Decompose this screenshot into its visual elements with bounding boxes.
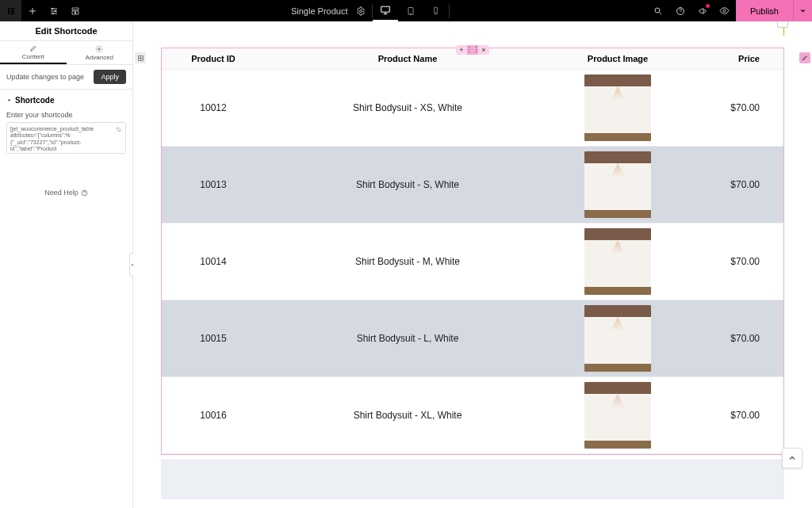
need-help-link[interactable]: Need Help	[0, 189, 132, 197]
topbar-center: Single Product (v...	[283, 0, 450, 21]
cell-price: $70.00	[685, 147, 783, 223]
whats-new-button[interactable]	[691, 0, 714, 21]
shortcode-section-toggle[interactable]: Shortcode	[0, 90, 132, 111]
cell-id: 10015	[162, 300, 265, 377]
cell-image	[550, 70, 685, 147]
svg-point-17	[117, 128, 121, 132]
cell-price: $70.00	[685, 223, 783, 300]
cell-name: Shirt Bodysuit - XS, White	[265, 70, 550, 147]
product-image	[584, 305, 651, 372]
cell-price: $70.00	[685, 300, 783, 377]
svg-point-13	[655, 8, 660, 13]
publish-dropdown-button[interactable]	[793, 0, 812, 21]
chevron-up-icon	[787, 453, 797, 463]
product-image	[584, 382, 651, 449]
topbar-left	[0, 0, 86, 21]
publish-button[interactable]: Publish	[736, 0, 793, 21]
svg-point-10	[411, 13, 412, 13]
cell-id: 10014	[162, 223, 265, 300]
cell-name: Shirt Bodysuit - S, White	[265, 147, 550, 223]
update-row: Update changes to page Apply	[0, 65, 132, 90]
document-title-dropdown[interactable]: Single Product (v...	[283, 6, 350, 16]
structure-button[interactable]	[64, 0, 86, 21]
help-button[interactable]	[669, 0, 691, 21]
gear-icon	[95, 45, 103, 53]
sidebar-tabs: Content Advanced	[0, 41, 132, 65]
caret-down-icon	[6, 97, 12, 103]
svg-rect-1	[10, 8, 14, 10]
update-label: Update changes to page	[6, 73, 84, 81]
table-row: 10015 Shirt Bodysuit - L, White $70.00	[162, 300, 783, 377]
cell-image	[550, 377, 685, 454]
cell-image	[550, 300, 685, 377]
tab-advanced-label: Advanced	[85, 54, 113, 61]
svg-rect-0	[8, 8, 10, 14]
editor-canvas: + ⋮⋮ × Product ID Product Name Product I…	[133, 21, 812, 508]
svg-point-16	[98, 48, 101, 50]
canvas-inner: + ⋮⋮ × Product ID Product Name Product I…	[133, 21, 812, 508]
need-help-label: Need Help	[44, 189, 79, 197]
device-mobile-button[interactable]	[423, 0, 449, 21]
shortcode-input-wrap	[6, 122, 126, 157]
notification-dot-icon	[706, 4, 710, 8]
cell-image	[550, 223, 685, 300]
cell-price: $70.00	[685, 377, 783, 454]
product-image	[584, 228, 651, 295]
section-drag-handle[interactable]: ⋮⋮	[467, 45, 478, 55]
product-table-widget[interactable]: Product ID Product Name Product Image Pr…	[161, 48, 784, 455]
col-header-price: Price	[685, 48, 783, 70]
cell-id: 10016	[162, 377, 265, 454]
divider	[449, 4, 450, 18]
svg-point-4	[52, 8, 53, 10]
chevron-down-icon	[799, 7, 806, 14]
widget-edit-button[interactable]	[799, 52, 810, 63]
tab-content[interactable]: Content	[0, 41, 67, 64]
table-row: 10016 Shirt Bodysuit - XL, White $70.00	[162, 377, 783, 454]
add-element-button[interactable]	[21, 0, 43, 21]
cell-id: 10012	[162, 70, 265, 147]
device-desktop-button[interactable]	[373, 0, 398, 21]
col-header-name: Product Name	[265, 48, 550, 70]
editor-sidebar: Edit Shortcode Content Advanced Update c…	[0, 21, 133, 508]
scroll-to-top-button[interactable]	[782, 448, 802, 468]
help-icon	[81, 189, 88, 197]
tab-content-label: Content	[22, 53, 44, 60]
site-settings-button[interactable]	[43, 0, 64, 21]
svg-rect-8	[381, 6, 390, 12]
elementor-logo-button[interactable]	[0, 0, 21, 21]
svg-rect-3	[10, 13, 14, 14]
shortcode-section-label: Shortcode	[15, 96, 54, 105]
cell-name: Shirt Bodysuit - L, White	[265, 300, 550, 377]
section-toolbar: + ⋮⋮ ×	[456, 45, 489, 55]
section-delete-button[interactable]: ×	[478, 45, 489, 55]
cell-image	[550, 147, 685, 223]
product-image	[584, 151, 651, 218]
svg-point-15	[723, 10, 726, 12]
table-row: 10013 Shirt Bodysuit - S, White $70.00	[162, 147, 783, 223]
svg-point-7	[360, 10, 362, 12]
dynamic-tags-icon[interactable]	[115, 126, 122, 135]
document-title-text: Single Product (v...	[291, 6, 350, 16]
shortcode-field-label: Enter your shortcode	[0, 111, 132, 122]
tab-advanced[interactable]: Advanced	[67, 41, 133, 64]
shortcode-textarea[interactable]	[6, 122, 126, 154]
table-row: 10012 Shirt Bodysuit - XS, White $70.00	[162, 70, 783, 147]
col-header-id: Product ID	[162, 48, 265, 70]
topbar-right: Publish	[647, 0, 812, 21]
cell-name: Shirt Bodysuit - M, White	[265, 223, 550, 300]
device-tablet-button[interactable]	[398, 0, 423, 21]
finder-button[interactable]	[647, 0, 669, 21]
edit-column-handle[interactable]	[135, 52, 146, 63]
product-table: Product ID Product Name Product Image Pr…	[162, 48, 783, 454]
preview-button[interactable]	[714, 0, 736, 21]
next-section-placeholder[interactable]	[161, 460, 784, 499]
table-row: 10014 Shirt Bodysuit - M, White $70.00	[162, 223, 783, 300]
svg-point-5	[55, 10, 56, 12]
pencil-icon	[29, 44, 37, 52]
cell-id: 10013	[162, 147, 265, 223]
apply-button[interactable]: Apply	[94, 70, 126, 84]
page-settings-button[interactable]	[350, 0, 372, 21]
svg-rect-2	[10, 10, 14, 12]
product-image	[584, 74, 651, 141]
svg-point-12	[436, 13, 437, 13]
